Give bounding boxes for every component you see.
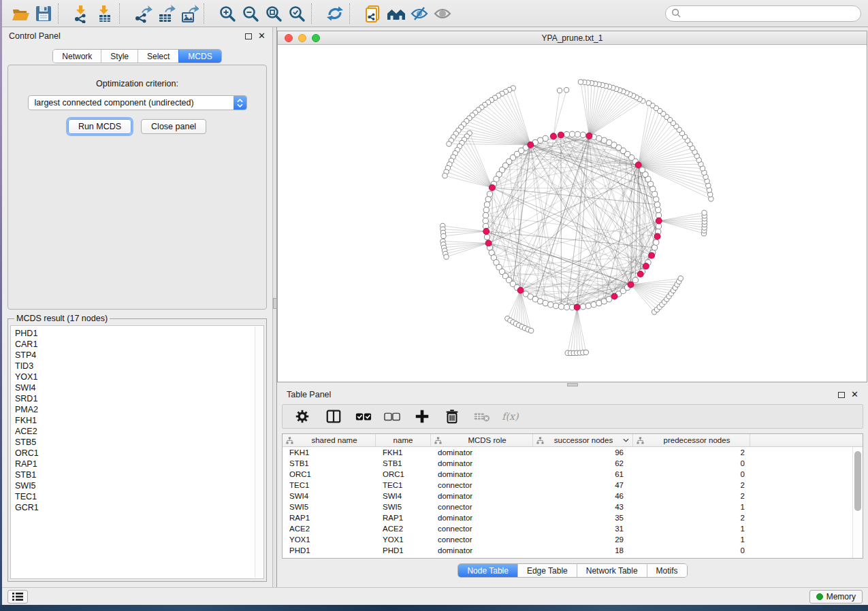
search-field[interactable] bbox=[681, 9, 855, 18]
tab-node-table[interactable]: Node Table bbox=[458, 564, 517, 577]
column-header-predecessor-nodes[interactable]: predecessor nodes bbox=[633, 434, 750, 446]
table-row[interactable]: TEC1TEC1connector472 bbox=[283, 480, 863, 491]
memory-button[interactable]: Memory bbox=[809, 590, 863, 604]
table-row[interactable]: PHD1PHD1dominator180 bbox=[283, 545, 863, 556]
mcds-result-item[interactable]: PHD1 bbox=[15, 328, 263, 339]
tab-network[interactable]: Network bbox=[53, 50, 101, 63]
table-row[interactable]: ACE2ACE2connector311 bbox=[283, 523, 863, 534]
save-session-icon[interactable] bbox=[32, 3, 55, 24]
mcds-result-item[interactable]: RAP1 bbox=[15, 459, 263, 469]
delete-column-icon[interactable] bbox=[442, 407, 462, 426]
show-all-icon[interactable] bbox=[431, 3, 454, 24]
mcds-result-item[interactable]: STP4 bbox=[15, 350, 263, 361]
deselect-all-rows-icon[interactable] bbox=[382, 407, 402, 426]
mcds-result-list[interactable]: PHD1CAR1STP4TID3YOX1SWI4SRD1PMA2FKH1ACE2… bbox=[10, 325, 264, 579]
float-panel-icon[interactable] bbox=[838, 392, 845, 398]
mcds-result-item[interactable]: FKH1 bbox=[15, 415, 263, 426]
cell-predecessor-nodes: 0 bbox=[633, 459, 750, 467]
add-column-icon[interactable] bbox=[412, 407, 432, 426]
column-header-successor-nodes[interactable]: successor nodes bbox=[533, 434, 633, 446]
open-file-icon[interactable] bbox=[9, 3, 32, 24]
tab-style[interactable]: Style bbox=[101, 50, 138, 63]
network-graph[interactable] bbox=[278, 45, 867, 382]
criterion-select[interactable]: largest connected component (undirected) bbox=[28, 95, 247, 110]
close-panel-icon[interactable]: ✕ bbox=[258, 33, 266, 39]
cell-name: YOX1 bbox=[376, 535, 431, 544]
zoom-out-icon[interactable] bbox=[239, 3, 262, 24]
table-row[interactable]: SWI5SWI5connector431 bbox=[283, 501, 863, 512]
cell-name: TEC1 bbox=[376, 481, 431, 489]
network-view-titlebar[interactable]: YPA_prune.txt_1 bbox=[278, 31, 867, 45]
zoom-selected-icon[interactable] bbox=[285, 3, 308, 24]
table-row[interactable]: FKH1FKH1dominator962 bbox=[283, 447, 863, 458]
network-canvas[interactable] bbox=[278, 45, 867, 382]
search-input[interactable] bbox=[665, 5, 861, 22]
column-header-shared-name[interactable]: shared name bbox=[283, 434, 376, 446]
vertical-splitter[interactable] bbox=[272, 27, 277, 587]
mcds-result-item[interactable]: PMA2 bbox=[15, 404, 263, 415]
network-view-title: YPA_prune.txt_1 bbox=[278, 33, 867, 43]
tab-network-table[interactable]: Network Table bbox=[577, 564, 647, 577]
task-history-button[interactable] bbox=[7, 590, 28, 604]
select-all-rows-icon[interactable] bbox=[353, 407, 374, 426]
tab-select[interactable]: Select bbox=[138, 50, 178, 63]
export-network-icon[interactable] bbox=[131, 3, 155, 24]
mcds-result-item[interactable]: GCR1 bbox=[15, 502, 263, 513]
tab-motifs[interactable]: Motifs bbox=[647, 564, 687, 577]
settings-gear-icon[interactable] bbox=[292, 407, 312, 426]
splitter-handle[interactable] bbox=[273, 298, 277, 309]
close-panel-button[interactable]: Close panel bbox=[141, 119, 206, 134]
horizontal-splitter[interactable] bbox=[277, 382, 868, 386]
table-row[interactable]: SWI4SWI4dominator462 bbox=[283, 491, 863, 501]
cell-shared-name: YOX1 bbox=[283, 535, 376, 544]
table-row[interactable]: RAP1RAP1dominator352 bbox=[283, 512, 863, 523]
group-nodes-icon[interactable] bbox=[385, 3, 408, 24]
tab-mcds[interactable]: MCDS bbox=[178, 50, 221, 63]
float-panel-icon[interactable] bbox=[245, 33, 252, 39]
cell-name: SWI4 bbox=[376, 492, 431, 500]
export-image-icon[interactable] bbox=[178, 3, 201, 24]
cell-MCDS-role: dominator bbox=[431, 448, 533, 457]
list-scrollbar[interactable] bbox=[255, 327, 263, 578]
mcds-result-item[interactable]: SWI5 bbox=[15, 480, 263, 491]
mcds-result-item[interactable]: ORC1 bbox=[15, 448, 263, 459]
zoom-in-icon[interactable] bbox=[216, 3, 239, 24]
table-row[interactable]: YOX1YOX1connector291 bbox=[283, 534, 863, 545]
cell-shared-name: SWI4 bbox=[283, 492, 376, 500]
hide-selected-icon[interactable] bbox=[408, 3, 431, 24]
close-panel-icon[interactable]: ✕ bbox=[851, 391, 858, 398]
apply-layout-icon[interactable] bbox=[323, 3, 347, 24]
table-row[interactable]: STB1STB1dominator620 bbox=[283, 458, 863, 469]
column-header-name[interactable]: name bbox=[376, 434, 431, 446]
mcds-result-item[interactable]: STB5 bbox=[15, 437, 263, 448]
table-scrollbar[interactable] bbox=[852, 447, 863, 558]
mcds-result-item[interactable]: ACE2 bbox=[15, 426, 263, 437]
import-network-icon[interactable] bbox=[70, 3, 93, 24]
cell-shared-name: ACE2 bbox=[283, 525, 376, 533]
cell-name: RAP1 bbox=[376, 514, 431, 522]
column-header-MCDS-role[interactable]: MCDS role bbox=[431, 434, 533, 446]
mcds-result-item[interactable]: SWI4 bbox=[15, 382, 263, 393]
mcds-result-item[interactable]: TID3 bbox=[15, 361, 263, 371]
network-view-frame: YPA_prune.txt_1 bbox=[277, 31, 867, 382]
import-table-icon[interactable] bbox=[93, 3, 116, 24]
mcds-result-item[interactable]: CAR1 bbox=[15, 339, 263, 350]
network-from-selection-icon[interactable] bbox=[361, 3, 385, 24]
mcds-result-item[interactable]: STB1 bbox=[15, 469, 263, 480]
run-mcds-button[interactable]: Run MCDS bbox=[68, 119, 131, 134]
mcds-result-item[interactable]: TEC1 bbox=[15, 491, 263, 502]
table-row[interactable]: ORC1ORC1dominator610 bbox=[283, 469, 863, 480]
cell-shared-name: FKH1 bbox=[283, 448, 376, 457]
tab-edge-table[interactable]: Edge Table bbox=[517, 564, 577, 577]
mcds-result-item[interactable]: SRD1 bbox=[15, 393, 263, 404]
cell-successor-nodes: 62 bbox=[533, 459, 633, 467]
split-columns-icon[interactable] bbox=[323, 407, 344, 426]
cell-successor-nodes: 47 bbox=[533, 481, 633, 489]
mcds-result-item[interactable]: YOX1 bbox=[15, 371, 263, 382]
cell-shared-name: RAP1 bbox=[283, 514, 376, 522]
apply-function-icon: f(x) bbox=[500, 407, 521, 426]
zoom-fit-icon[interactable] bbox=[262, 3, 285, 24]
export-table-icon[interactable] bbox=[155, 3, 178, 24]
scrollbar-thumb[interactable] bbox=[854, 451, 861, 511]
splitter-handle[interactable] bbox=[567, 383, 578, 386]
